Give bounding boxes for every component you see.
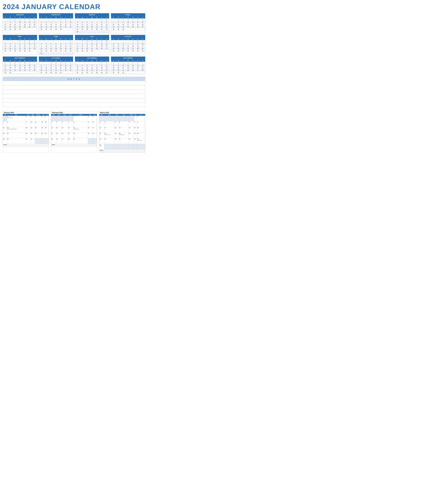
calendar-day: 30 xyxy=(54,72,58,74)
mini-cal-header-11: DECEMBER xyxy=(111,56,145,59)
monthly-day-cell: 15Valentine's Day xyxy=(73,127,88,133)
calendar-day: 24 xyxy=(27,47,32,50)
calendar-day: 11 xyxy=(32,43,37,45)
calendar-day: 12 xyxy=(116,45,121,47)
calendar-day xyxy=(75,62,80,64)
calendar-day: 12 xyxy=(131,64,135,67)
calendar-day: 1 xyxy=(18,40,22,43)
calendar-day: 6 xyxy=(8,43,13,45)
notes-lines[interactable] xyxy=(3,81,145,107)
calendar-day: 23 xyxy=(8,69,13,72)
notes-section: N O T E S xyxy=(3,77,145,107)
monthly-day-cell: 9 xyxy=(137,121,145,127)
monthly-day-header: THURS xyxy=(73,114,88,116)
monthly-day-header: FRI xyxy=(88,114,92,116)
calendar-day: 20 xyxy=(49,26,54,28)
monthly-day-cell: 1 xyxy=(134,116,137,121)
monthly-day-cell: 14 xyxy=(3,127,7,133)
calendar-day: 2 xyxy=(39,43,44,45)
monthly-notes[interactable]: NOTES xyxy=(51,144,97,147)
calendar-day: 27 xyxy=(140,26,145,28)
day-header: S xyxy=(75,16,80,18)
day-header: W xyxy=(126,38,131,40)
calendar-day xyxy=(44,52,49,55)
mini-cal-june: JUNESMTWRFS12345678910111213141516171819… xyxy=(39,35,73,55)
day-header: F xyxy=(27,38,32,40)
calendar-day: 4 xyxy=(95,40,99,43)
monthly-day-header: THURS xyxy=(129,114,134,116)
calendar-day: 11 xyxy=(95,43,99,45)
monthly-day-cell: 17 xyxy=(92,127,97,133)
calendar-day: 8 xyxy=(8,21,13,23)
monthly-day-cell: 5 xyxy=(41,116,45,121)
monthly-day-cell: 14 xyxy=(129,127,134,133)
calendar-day: 20 xyxy=(27,67,32,69)
calendar-day: 29 xyxy=(18,50,22,52)
calendar-day: 7 xyxy=(75,43,80,45)
calendar-day: 15 xyxy=(58,23,63,26)
calendar-day: 20 xyxy=(90,26,95,28)
day-header: S xyxy=(140,38,145,40)
monthly-day-cell: 28 xyxy=(3,138,7,144)
monthly-day-cell: 6 xyxy=(62,121,68,127)
calendar-day: 27 xyxy=(104,47,109,50)
day-header: T xyxy=(49,38,54,40)
calendar-day xyxy=(8,40,13,43)
monthly-day-cell: 12 xyxy=(56,127,62,133)
notes-line-4[interactable] xyxy=(3,94,145,98)
day-header: S xyxy=(39,59,44,62)
notes-line-5[interactable] xyxy=(3,98,145,103)
day-header: M xyxy=(8,16,13,18)
calendar-day: 12 xyxy=(68,64,73,67)
monthly-day-cell: 4 xyxy=(51,121,56,127)
monthly-day-cell: 7 xyxy=(68,121,73,127)
monthly-day-cell: 4 xyxy=(104,121,115,127)
calendar-day: 19 xyxy=(3,47,8,50)
calendar-day xyxy=(99,31,104,33)
calendar-day: 23 xyxy=(104,69,109,72)
monthly-detail-grid: January 2024SUNMONTUESWEDTHURSFRISAT1New… xyxy=(3,111,145,152)
calendar-day: 24 xyxy=(75,72,80,74)
holiday-label: Good Friday xyxy=(137,140,145,141)
monthly-day-cell xyxy=(51,116,56,121)
calendar-day: 7 xyxy=(126,43,131,45)
calendar-day xyxy=(116,40,121,43)
day-header: R xyxy=(131,59,135,62)
monthly-notes[interactable]: NOTES xyxy=(99,150,145,152)
day-header: R xyxy=(95,16,99,18)
notes-line-2[interactable] xyxy=(3,85,145,90)
calendar-day: 7 xyxy=(32,62,37,64)
calendar-day: 16 xyxy=(116,67,121,69)
calendar-day: 1 xyxy=(99,62,104,64)
calendar-day xyxy=(90,62,95,64)
calendar-day: 16 xyxy=(39,47,44,50)
monthly-day-cell: 25 xyxy=(35,133,41,138)
monthly-day-cell: 23 xyxy=(137,133,145,138)
monthly-day-cell: 20 xyxy=(45,127,49,133)
calendar-day xyxy=(49,52,54,55)
monthly-day-cell xyxy=(115,144,119,150)
monthly-day-cell xyxy=(92,138,97,144)
calendar-day: 31 xyxy=(58,72,63,74)
calendar-day: 22 xyxy=(49,69,54,72)
calendar-day xyxy=(85,62,90,64)
mini-cal-header-2: MARCH xyxy=(75,13,109,16)
notes-line-1[interactable] xyxy=(3,81,145,85)
monthly-day-cell xyxy=(134,144,137,150)
calendar-day: 21 xyxy=(126,47,131,50)
notes-line-3[interactable] xyxy=(3,90,145,94)
calendar-day: 16 xyxy=(104,67,109,69)
calendar-day: 3 xyxy=(75,21,80,23)
monthly-notes[interactable]: NOTES xyxy=(3,144,49,147)
holiday-label: St. Patrick's Day xyxy=(105,134,114,135)
calendar-day: 27 xyxy=(135,69,140,72)
mini-cal-march: MARCHSMTWRFS1234567891011121314151617181… xyxy=(75,13,109,33)
calendar-day xyxy=(99,50,104,52)
calendar-day xyxy=(121,40,126,43)
calendar-day: 20 xyxy=(58,47,63,50)
calendar-day: 28 xyxy=(44,72,49,74)
calendar-day: 29 xyxy=(80,50,85,52)
calendar-day: 24 xyxy=(126,26,131,28)
monthly-day-cell: 27 xyxy=(45,133,49,138)
notes-line-6[interactable] xyxy=(3,103,145,107)
